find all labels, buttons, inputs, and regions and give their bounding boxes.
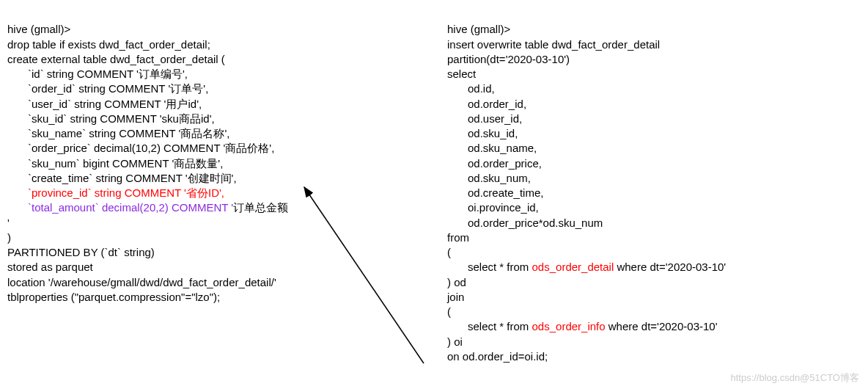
code-line: insert overwrite table dwd_fact_order_de… [447,38,660,51]
right-code-block: hive (gmall)> insert overwrite table dwd… [447,7,861,379]
code-line: od.user_id, [447,112,861,126]
code-line: `order_price` decimal(10,2) COMMENT '商品价… [7,141,403,156]
table-ods-order-info: ods_order_info [532,320,606,332]
code-line: od.order_price*od.sku_num [447,216,861,230]
select-text: select * from [468,320,532,332]
total-amount-comment: 订单总金额 [233,201,288,214]
left-code-block: hive (gmall)> drop table if exists dwd_f… [7,7,403,379]
code-line: create external table dwd_fact_order_det… [7,53,225,65]
code-line: PARTITIONED BY (`dt` string) [7,246,155,258]
code-line: od.create_time, [447,186,861,200]
code-line: od.sku_id, [447,126,861,141]
code-line: stored as parquet [7,261,93,273]
code-line: ) od [447,276,466,288]
code-line: od.order_price, [447,156,861,171]
table-ods-order-detail: ods_order_detail [532,261,614,273]
where-text: where dt='2020-03-10' [614,261,726,273]
code-line: tblproperties ("parquet.compression"="lz… [7,291,220,303]
code-line: `order_id` string COMMENT '订单号', [7,81,403,96]
code-line: od.sku_num, [447,171,861,186]
code-line: `create_time` string COMMENT '创建时间', [7,171,403,186]
watermark: https://blog.csdn@51CTO博客 [730,371,859,385]
code-line: `id` string COMMENT '订单编号', [7,67,403,81]
code-line: ' [7,217,10,229]
code-line: select [447,68,476,80]
code-line: od.sku_name, [447,141,861,156]
code-line: on od.order_id=oi.id; [447,350,548,363]
code-line: join [447,291,464,303]
code-line: oi.province_id, [447,200,861,215]
select-text: select * from [468,261,532,273]
code-line: ) oi [447,335,463,348]
code-line: `sku_num` bigint COMMENT '商品数量', [7,156,403,171]
code-line: hive (gmall)> [447,23,510,35]
code-line: ( [447,246,451,258]
where-text: where dt='2020-03-10' [606,320,718,332]
code-line: `sku_name` string COMMENT '商品名称', [7,126,403,141]
code-line: ( [447,305,451,318]
code-line: from [447,231,469,244]
code-line: ) [7,231,11,244]
code-line: od.id, [447,81,861,96]
code-line: `user_id` string COMMENT '用户id', [7,97,403,112]
code-line: location '/warehouse/gmall/dwd/dwd_fact_… [7,276,276,288]
code-line: od.order_id, [447,97,861,112]
code-line: hive (gmall)> [7,23,70,35]
code-line-province: `province_id` string COMMENT '省份ID', [7,186,403,200]
code-line: `sku_id` string COMMENT 'sku商品id', [7,112,403,126]
code-line: drop table if exists dwd_fact_order_deta… [7,38,210,51]
code-line-total-amount: `total_amount` decimal(20,2) COMMENT '订单… [7,200,403,215]
code-line-sub1: select * from ods_order_detail where dt=… [447,260,861,275]
code-line-sub2: select * from ods_order_info where dt='2… [447,319,861,334]
code-line: partition(dt='2020-03-10') [447,53,570,65]
total-amount-def: `total_amount` decimal(20,2) COMMENT ' [28,201,233,214]
